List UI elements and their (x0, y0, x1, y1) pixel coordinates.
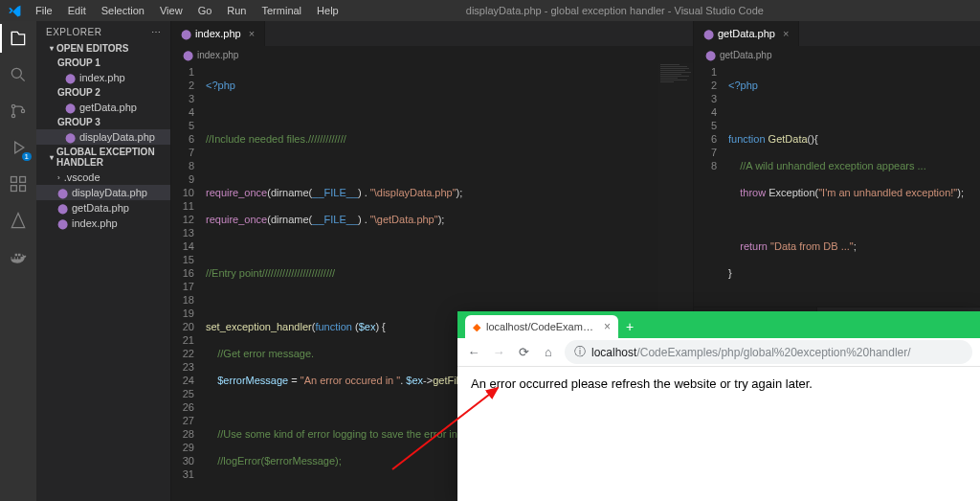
url-bar[interactable]: ⓘ localhost/CodeExamples/php/global%20ex… (565, 340, 972, 364)
extensions-icon[interactable] (7, 172, 30, 195)
forward-icon[interactable]: → (490, 345, 507, 359)
browser-toolbar: ← → ⟳ ⌂ ⓘ localhost/CodeExamples/php/glo… (457, 338, 980, 367)
php-file-icon: ⬤ (703, 29, 714, 39)
tab-index-php[interactable]: ⬤index.php× (171, 21, 265, 46)
vscode-logo-icon (0, 4, 29, 17)
svg-rect-7 (20, 186, 26, 192)
new-tab-button[interactable]: + (618, 315, 641, 338)
breadcrumb[interactable]: ⬤index.php (171, 46, 693, 63)
code-editor[interactable]: 12345678 <?php function GetData(){ //A w… (694, 63, 980, 307)
debug-icon[interactable]: 1 (7, 136, 30, 159)
code-content[interactable]: <?php function GetData(){ //A wild unhan… (723, 63, 980, 307)
menu-file[interactable]: File (29, 2, 59, 19)
explorer-title: EXPLORER⋯ (36, 21, 170, 41)
window-title: displayData.php - global exception handl… (345, 5, 884, 16)
svg-rect-5 (20, 177, 26, 183)
breadcrumb[interactable]: ⬤getData.php (694, 46, 980, 63)
line-gutter: 12345678 (694, 63, 723, 307)
chevron-right-icon: › (57, 173, 60, 182)
svg-point-0 (11, 68, 21, 78)
file-item[interactable]: ⬤displayData.php (36, 185, 170, 200)
php-file-icon: ⬤ (57, 203, 68, 214)
php-file-icon: ⬤ (183, 50, 193, 60)
svg-point-3 (21, 109, 24, 112)
php-file-icon: ⬤ (181, 29, 191, 39)
azure-icon[interactable] (7, 209, 30, 232)
browser-tab[interactable]: ◆ localhost/CodeExamples/php/gl × (465, 315, 618, 338)
home-icon[interactable]: ⌂ (540, 345, 557, 359)
menu-go[interactable]: Go (191, 2, 219, 19)
browser-viewport: An error occurred please refresh the web… (457, 367, 980, 501)
menu-bar: File Edit Selection View Go Run Terminal… (29, 2, 345, 19)
svg-point-2 (11, 114, 14, 117)
svg-point-1 (11, 104, 14, 107)
debug-badge: 1 (22, 152, 32, 161)
line-gutter: 1234567891011121314151617181920212223242… (171, 63, 200, 501)
menu-help[interactable]: Help (310, 2, 345, 19)
tab-bar: ⬤index.php× (171, 21, 693, 46)
folder-item[interactable]: ›.vscode (36, 170, 170, 185)
group-2-label: GROUP 2 (36, 85, 170, 100)
svg-rect-4 (11, 177, 17, 183)
menu-terminal[interactable]: Terminal (256, 2, 309, 19)
svg-rect-6 (11, 186, 17, 192)
menu-view[interactable]: View (153, 2, 189, 19)
browser-tab-title: localhost/CodeExamples/php/gl (486, 321, 598, 332)
menu-edit[interactable]: Edit (61, 2, 93, 19)
project-section[interactable]: ▾GLOBAL EXCEPTION HANDLER (36, 145, 170, 170)
php-file-icon: ⬤ (65, 102, 76, 113)
favicon-icon: ◆ (473, 321, 480, 333)
browser-window: ◆ localhost/CodeExamples/php/gl × + ← → … (457, 311, 980, 501)
php-file-icon: ⬤ (57, 188, 68, 198)
explorer-icon[interactable] (7, 27, 30, 50)
close-icon[interactable]: × (604, 320, 611, 333)
php-file-icon: ⬤ (705, 50, 716, 60)
close-icon[interactable]: × (249, 28, 255, 39)
explorer-sidebar: EXPLORER⋯ ▾OPEN EDITORS GROUP 1 ⬤index.p… (36, 21, 170, 501)
close-icon[interactable]: × (783, 28, 789, 39)
more-icon[interactable]: ⋯ (151, 27, 162, 37)
source-control-icon[interactable] (7, 100, 30, 123)
php-file-icon: ⬤ (65, 73, 76, 83)
open-editor-item[interactable]: ⬤displayData.php (36, 129, 170, 145)
page-text: An error occurred please refresh the web… (471, 376, 813, 391)
reload-icon[interactable]: ⟳ (515, 345, 532, 359)
file-item[interactable]: ⬤getData.php (36, 200, 170, 216)
browser-tab-bar: ◆ localhost/CodeExamples/php/gl × + (457, 311, 980, 338)
file-item[interactable]: ⬤index.php (36, 216, 170, 231)
php-file-icon: ⬤ (65, 132, 76, 143)
group-1-label: GROUP 1 (36, 56, 170, 70)
open-editor-item[interactable]: ⬤index.php (36, 70, 170, 85)
open-editor-item[interactable]: ⬤getData.php (36, 100, 170, 115)
tab-getdata-php[interactable]: ⬤getData.php× (694, 21, 799, 46)
site-info-icon[interactable]: ⓘ (574, 344, 586, 360)
php-file-icon: ⬤ (57, 218, 68, 229)
activity-bar: 1 (0, 21, 36, 501)
title-bar: File Edit Selection View Go Run Terminal… (0, 0, 980, 21)
docker-icon[interactable] (7, 245, 30, 268)
group-3-label: GROUP 3 (36, 115, 170, 129)
menu-run[interactable]: Run (220, 2, 253, 19)
search-icon[interactable] (7, 63, 30, 86)
back-icon[interactable]: ← (465, 345, 482, 359)
menu-selection[interactable]: Selection (95, 2, 151, 19)
open-editors-section[interactable]: ▾OPEN EDITORS (36, 41, 170, 56)
tab-bar: ⬤getData.php× (694, 21, 980, 46)
